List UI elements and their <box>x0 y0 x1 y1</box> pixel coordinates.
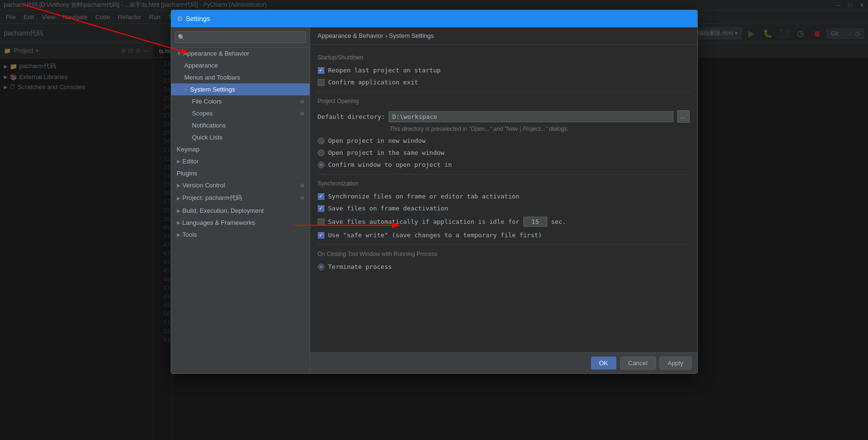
settings-dialog: ⚙ Settings 🔍 ▼ Appearance & Behavior <box>171 10 698 374</box>
reopen-last-row: ✓ Reopen last project on startup <box>318 67 690 74</box>
keymap-label: Keymap <box>177 146 200 153</box>
editor-label: Editor <box>183 158 199 165</box>
browse-button[interactable]: … <box>677 110 690 123</box>
tree-version-control[interactable]: ▶ Version Control ⧉ <box>171 179 310 191</box>
search-icon: 🔍 <box>178 34 185 41</box>
tree-appearance-behavior[interactable]: ▼ Appearance & Behavior <box>171 47 310 59</box>
appearance-label: Appearance <box>185 62 218 69</box>
tree-notifications[interactable]: Notifications <box>171 119 310 131</box>
expand-right-vc: ▶ <box>177 183 181 188</box>
sync-files-checkbox[interactable]: ✓ <box>318 193 324 200</box>
project-label: Project: pacharm代码 <box>183 194 242 202</box>
plugins-label: Plugins <box>177 170 197 177</box>
divider-2 <box>318 174 690 174</box>
open-new-window-radio[interactable] <box>318 138 324 144</box>
open-same-window-radio[interactable] <box>318 150 324 156</box>
save-files-deactivation-checkbox[interactable]: ✓ <box>318 205 324 212</box>
tree-keymap[interactable]: Keymap <box>171 143 310 155</box>
system-settings-label: System Settings <box>190 86 235 93</box>
settings-gear-icon-title: ⚙ <box>177 15 183 23</box>
open-new-window-label: Open project in new window <box>328 137 426 144</box>
safe-write-checkbox[interactable]: ✓ <box>318 232 324 239</box>
sync-files-label: Synchronize files on frame or editor tab… <box>328 193 520 200</box>
tree-system-settings[interactable]: ▶ System Settings <box>171 83 310 95</box>
tree-scopes[interactable]: Scopes ⧉ <box>171 107 310 119</box>
save-auto-unit: sec. <box>551 218 566 225</box>
save-auto-input[interactable] <box>523 217 547 227</box>
file-colors-label: File Colors <box>192 98 222 105</box>
confirm-window-row: Confirm window to open project in <box>318 161 690 168</box>
languages-label: Languages & Frameworks <box>183 219 255 226</box>
expand-right-proj: ▶ <box>177 196 181 201</box>
confirm-window-label: Confirm window to open project in <box>328 161 452 168</box>
tree-project[interactable]: ▶ Project: pacharm代码 ⧉ <box>171 191 310 205</box>
sync-files-row: ✓ Synchronize files on frame or editor t… <box>318 193 690 200</box>
settings-footer: OK Cancel Apply <box>310 352 697 373</box>
settings-body: 🔍 ▼ Appearance & Behavior Appearance Men… <box>171 27 697 373</box>
settings-tree: ▼ Appearance & Behavior Appearance Menus… <box>171 47 310 373</box>
ok-button[interactable]: OK <box>591 357 616 370</box>
terminate-process-label: Terminate process <box>328 263 392 270</box>
cancel-button[interactable]: Cancel <box>620 357 656 370</box>
copy-icon-file-colors: ⧉ <box>301 99 304 104</box>
tree-file-colors[interactable]: File Colors ⧉ <box>171 95 310 107</box>
reopen-last-checkbox[interactable]: ✓ <box>318 67 324 74</box>
build-label: Build, Execution, Deployment <box>183 207 264 214</box>
settings-title: Settings <box>186 15 210 23</box>
version-control-label: Version Control <box>183 182 225 189</box>
default-dir-label: Default directory: <box>318 113 385 120</box>
settings-title-bar: ⚙ Settings <box>171 10 697 27</box>
project-opening-title: Project Opening <box>318 98 690 104</box>
startup-shutdown-title: Startup/Shutdown <box>318 54 690 61</box>
default-dir-row: Default directory: … <box>318 110 690 123</box>
expand-right-sys: ▶ <box>185 87 188 92</box>
open-same-window-label: Open project in the same window <box>328 149 445 156</box>
tree-appearance[interactable]: Appearance <box>171 59 310 71</box>
settings-search-input[interactable] <box>175 31 306 43</box>
expand-down-icon: ▼ <box>177 51 182 56</box>
save-auto-row: Save files automatically if application … <box>318 217 690 227</box>
scopes-label: Scopes <box>192 110 213 117</box>
directory-hint: This directory is preselected in "Open..… <box>390 126 690 132</box>
copy-icon-scopes: ⧉ <box>301 111 304 116</box>
tree-plugins[interactable]: Plugins <box>171 167 310 179</box>
divider-3 <box>318 244 690 245</box>
quick-lists-label: Quick Lists <box>192 134 223 141</box>
tree-quick-lists[interactable]: Quick Lists <box>171 131 310 143</box>
settings-search-area: 🔍 <box>171 27 310 47</box>
synchronization-title: Synchronization <box>318 180 690 187</box>
tree-build[interactable]: ▶ Build, Execution, Deployment <box>171 205 310 217</box>
default-dir-input[interactable] <box>389 111 673 122</box>
settings-right-panel: Appearance & Behavior › System Settings … <box>310 27 697 373</box>
safe-write-label: Use "safe write" (save changes to a temp… <box>328 232 542 239</box>
notifications-label: Notifications <box>192 122 226 129</box>
tree-menus-toolbars[interactable]: Menus and Toolbars <box>171 71 310 83</box>
tree-tools[interactable]: ▶ Tools <box>171 229 310 241</box>
menus-toolbars-label: Menus and Toolbars <box>185 74 241 81</box>
open-same-window-row: Open project in the same window <box>318 149 690 156</box>
tree-languages[interactable]: ▶ Languages & Frameworks <box>171 217 310 229</box>
copy-icon-vc: ⧉ <box>301 183 304 188</box>
confirm-exit-row: Confirm application exit <box>318 79 690 86</box>
confirm-exit-label: Confirm application exit <box>328 79 418 86</box>
terminate-process-radio[interactable] <box>318 264 324 270</box>
divider-1 <box>318 92 690 92</box>
tools-label: Tools <box>183 231 197 238</box>
settings-overlay: ⚙ Settings 🔍 ▼ Appearance & Behavior <box>0 0 868 440</box>
expand-right-editor: ▶ <box>177 159 181 164</box>
appearance-behavior-label: Appearance & Behavior <box>183 50 249 57</box>
settings-breadcrumb: Appearance & Behavior › System Settings <box>310 27 697 45</box>
settings-left-panel: 🔍 ▼ Appearance & Behavior Appearance Men… <box>171 27 310 373</box>
open-new-window-row: Open project in new window <box>318 137 690 144</box>
save-files-deactivation-row: ✓ Save files on frame deactivation <box>318 205 690 212</box>
expand-right-build: ▶ <box>177 208 181 213</box>
save-auto-checkbox[interactable] <box>318 219 324 225</box>
save-files-deactivation-label: Save files on frame deactivation <box>328 205 448 212</box>
expand-right-tools: ▶ <box>177 232 181 237</box>
closing-title: On Closing Tool Window with Running Proc… <box>318 251 690 257</box>
tree-editor[interactable]: ▶ Editor <box>171 155 310 167</box>
confirm-exit-checkbox[interactable] <box>318 79 324 86</box>
copy-icon-proj: ⧉ <box>301 195 304 201</box>
apply-button[interactable]: Apply <box>660 357 692 370</box>
confirm-window-radio[interactable] <box>318 162 324 168</box>
